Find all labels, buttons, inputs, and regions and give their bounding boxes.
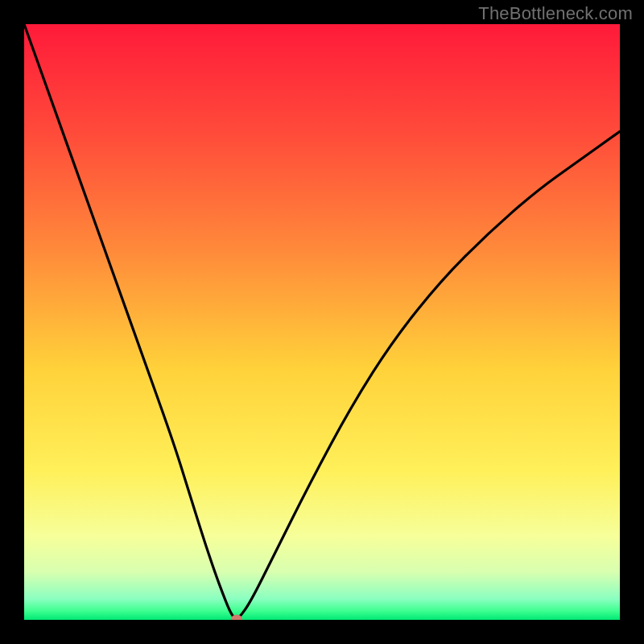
watermark-text: TheBottleneck.com: [478, 3, 633, 24]
optimal-point-marker: [231, 614, 242, 620]
plot-area: [24, 24, 620, 620]
bottleneck-curve: [24, 24, 620, 620]
chart-frame: TheBottleneck.com: [0, 0, 644, 644]
